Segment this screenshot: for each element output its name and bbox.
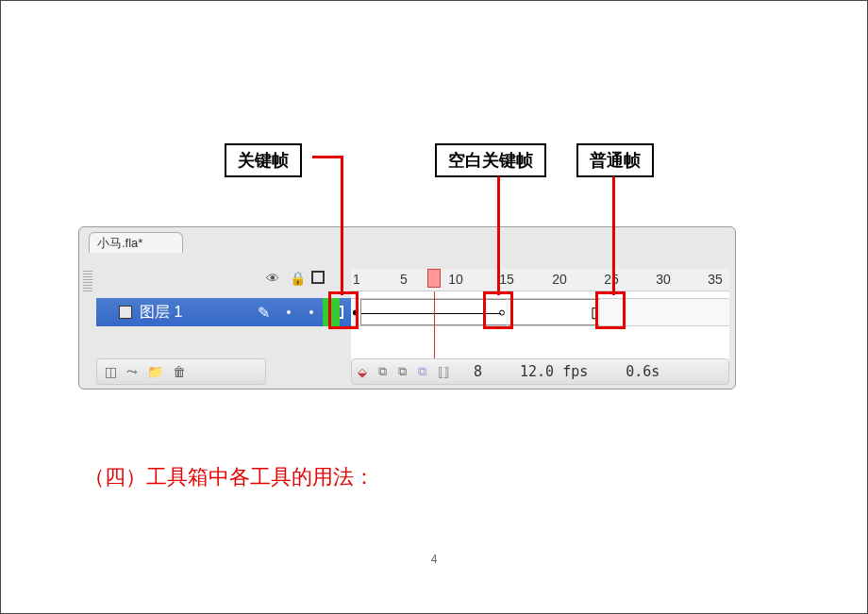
ruler-tick: 10 — [448, 272, 463, 287]
delete-layer-icon[interactable]: 🗑 — [173, 364, 186, 379]
playhead-line — [434, 291, 435, 365]
ruler-tick: 5 — [400, 272, 408, 287]
timeline-panel: 小马.fla* 👁 🔒 图层 1 1 5 10 15 20 25 30 35 — [78, 226, 736, 390]
lock-dot[interactable] — [309, 310, 313, 314]
document-tab[interactable]: 小马.fla* — [89, 232, 183, 253]
current-frame: 8 — [474, 363, 482, 380]
frame-rate: 12.0 fps — [520, 363, 588, 380]
section-heading: （四）工具箱中各工具的用法： — [84, 463, 375, 491]
layer-name: 图层 1 — [140, 303, 182, 323]
layer-row[interactable]: 图层 1 — [96, 298, 351, 326]
keyframe-1[interactable] — [351, 299, 361, 325]
lock-icon[interactable]: 🔒 — [290, 271, 306, 286]
eye-icon[interactable]: 👁 — [266, 271, 279, 286]
visibility-dot[interactable] — [287, 310, 291, 314]
edit-multiple-frames-icon[interactable]: ⧉ — [418, 364, 426, 379]
ruler-tick: 1 — [353, 272, 360, 287]
onion-skin-icon[interactable]: ⧉ — [378, 364, 387, 379]
modify-markers-icon[interactable]: ⟦⟧ — [438, 365, 449, 379]
callout-blank-keyframe: 空白关键帧 — [435, 143, 546, 177]
callout-line-v3 — [612, 176, 615, 295]
active-frame-indicator — [323, 298, 340, 326]
onion-skin-outlines-icon[interactable]: ⧉ — [398, 364, 407, 379]
timeline-status-bar: ⬙ ⧉ ⧉ ⧉ ⟦⟧ 8 12.0 fps 0.6s — [351, 358, 729, 385]
outline-icon[interactable] — [311, 271, 325, 284]
new-layer-icon[interactable]: ◫ — [105, 364, 117, 379]
normal-frame-icon — [593, 307, 597, 319]
ruler-tick: 25 — [604, 272, 619, 287]
ruler-tick: 20 — [552, 272, 567, 287]
blank-keyframe[interactable] — [497, 299, 508, 325]
new-motion-guide-icon[interactable]: ⤳ — [126, 364, 138, 379]
elapsed-time: 0.6s — [626, 363, 659, 380]
normal-frame-end[interactable] — [590, 299, 600, 325]
frame-span[interactable] — [361, 299, 600, 325]
frame-ruler[interactable]: 1 5 10 15 20 25 30 35 — [351, 269, 729, 291]
callout-normal-frame: 普通帧 — [576, 143, 654, 177]
layer-type-icon — [119, 306, 132, 319]
callout-line — [312, 156, 342, 158]
frames-row[interactable] — [351, 298, 729, 326]
ruler-tick: 30 — [656, 272, 671, 287]
layer-header: 👁 🔒 — [96, 269, 351, 288]
ruler-tick: 15 — [499, 272, 514, 287]
callout-keyframe: 关键帧 — [225, 143, 302, 177]
frame-line — [361, 313, 501, 314]
timeline-frames[interactable] — [351, 291, 729, 365]
keyframe-dot-icon — [353, 310, 359, 316]
page-number: 4 — [431, 553, 438, 566]
ruler-tick: 35 — [708, 272, 723, 287]
playhead[interactable] — [427, 269, 441, 288]
center-frame-icon[interactable]: ⬙ — [358, 365, 367, 379]
panel-grip[interactable] — [83, 269, 92, 291]
new-folder-icon[interactable]: 📁 — [147, 364, 163, 379]
layer-controls: ◫ ⤳ 📁 🗑 — [96, 358, 266, 385]
callout-line-v1 — [341, 156, 343, 295]
callout-line-v2 — [497, 176, 500, 295]
pencil-icon — [258, 304, 270, 322]
